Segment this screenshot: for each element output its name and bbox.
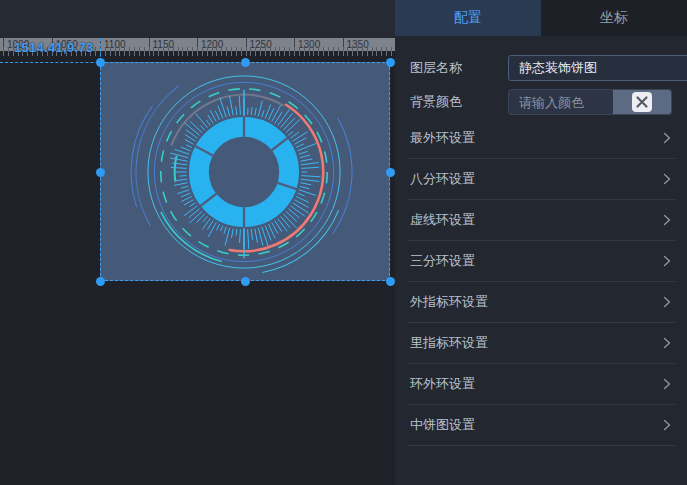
bg-color-label: 背景颜色 — [410, 93, 508, 111]
selection-handle-sw[interactable] — [96, 277, 105, 286]
decorative-pie-widget[interactable] — [101, 63, 389, 280]
chevron-right-icon — [661, 132, 673, 144]
donut-ring — [199, 127, 289, 217]
chevron-right-icon — [661, 337, 673, 349]
coordinate-tooltip: 1514.41,9.73 — [14, 40, 94, 55]
selection-handle-nw[interactable] — [96, 58, 105, 67]
chevron-right-icon — [661, 173, 673, 185]
settings-row-label: 三分环设置 — [410, 252, 475, 270]
selected-widget[interactable] — [100, 62, 390, 281]
selection-handle-e[interactable] — [386, 168, 395, 177]
settings-row-label: 虚线环设置 — [410, 211, 475, 229]
selection-handle-w[interactable] — [96, 168, 105, 177]
settings-row-label: 外指标环设置 — [410, 293, 488, 311]
chevron-right-icon — [661, 296, 673, 308]
chevron-right-icon — [661, 378, 673, 390]
layer-name-label: 图层名称 — [410, 59, 508, 77]
canvas-stage[interactable]: 10001050110011501200125013001350 1514.41… — [0, 0, 395, 485]
settings-row[interactable]: 最外环设置 — [407, 118, 675, 159]
bg-color-row: 背景颜色 — [410, 89, 672, 115]
panel-tabs: 配置 坐标 — [395, 0, 687, 36]
settings-list: 最外环设置八分环设置虚线环设置三分环设置外指标环设置里指标环设置环外环设置中饼图… — [395, 118, 687, 446]
color-picker-button[interactable] — [613, 90, 671, 114]
settings-row[interactable]: 里指标环设置 — [407, 323, 675, 364]
chevron-right-icon — [661, 214, 673, 226]
settings-row-label: 八分环设置 — [410, 170, 475, 188]
settings-row[interactable]: 八分环设置 — [407, 159, 675, 200]
settings-row-label: 环外环设置 — [410, 375, 475, 393]
canvas-top-strip — [0, 0, 395, 38]
settings-row[interactable]: 环外环设置 — [407, 364, 675, 405]
no-color-swatch-icon — [632, 92, 652, 112]
settings-row[interactable]: 虚线环设置 — [407, 200, 675, 241]
layer-name-row: 图层名称 — [410, 55, 672, 81]
settings-row-label: 里指标环设置 — [410, 334, 488, 352]
chevron-right-icon — [661, 255, 673, 267]
settings-row-label: 中饼图设置 — [410, 416, 475, 434]
selection-handle-se[interactable] — [386, 277, 395, 286]
settings-row[interactable]: 中饼图设置 — [407, 405, 675, 446]
config-form: 图层名称 背景颜色 — [395, 36, 687, 126]
bg-color-input[interactable] — [509, 90, 613, 114]
bg-color-combo — [508, 89, 672, 115]
app-window: 10001050110011501200125013001350 1514.41… — [0, 0, 687, 485]
settings-row[interactable]: 三分环设置 — [407, 241, 675, 282]
selection-handle-s[interactable] — [241, 277, 250, 286]
chevron-right-icon — [661, 419, 673, 431]
tab-coordinates[interactable]: 坐标 — [541, 0, 687, 36]
settings-row[interactable]: 外指标环设置 — [407, 282, 675, 323]
config-panel: 配置 坐标 图层名称 背景颜色 — [395, 0, 687, 485]
tab-config[interactable]: 配置 — [395, 0, 541, 36]
selection-handle-n[interactable] — [241, 58, 250, 67]
settings-row-label: 最外环设置 — [410, 129, 475, 147]
layer-name-input[interactable] — [508, 55, 687, 81]
selection-handle-ne[interactable] — [386, 58, 395, 67]
